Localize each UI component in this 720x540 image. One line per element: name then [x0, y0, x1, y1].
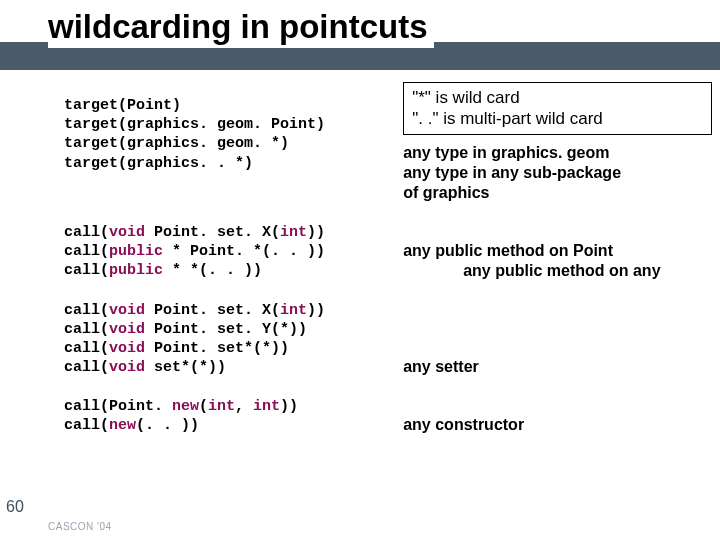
note-text-2a: any public method on Point: [403, 242, 613, 259]
note-text-1: any type in graphics. geom any type in a…: [403, 143, 720, 203]
slide-number: 60: [6, 498, 24, 516]
slide-footer: CASCON '04: [48, 521, 112, 532]
block-4: call(Point. new(int, int)) call(new(. . …: [0, 397, 720, 435]
note-text-3: any setter: [403, 358, 479, 375]
note-text-2b: any public method on any: [403, 261, 720, 281]
code-block-2: call(void Point. set. X(int)) call(publi…: [0, 223, 403, 281]
code-block-1: target(Point) target(graphics. geom. Poi…: [0, 96, 403, 173]
note-col-2: any public method on Point any public me…: [403, 223, 720, 281]
block-2: call(void Point. set. X(int)) call(publi…: [0, 223, 720, 281]
note-col-4: any constructor: [403, 397, 720, 435]
note-col-1: "*" is wild card ". ." is multi-part wil…: [403, 96, 720, 203]
note-col-3: any setter: [403, 301, 720, 377]
legend-star: "*": [412, 88, 431, 107]
code-block-3: call(void Point. set. X(int)) call(void …: [0, 301, 403, 378]
block-3: call(void Point. set. X(int)) call(void …: [0, 301, 720, 378]
legend-dotdot-text: is multi-part wild card: [438, 109, 602, 128]
slide-title: wildcarding in pointcuts: [48, 6, 434, 48]
wildcard-legend-box: "*" is wild card ". ." is multi-part wil…: [403, 82, 712, 135]
slide-content: target(Point) target(graphics. geom. Poi…: [0, 96, 720, 436]
legend-star-text: is wild card: [431, 88, 520, 107]
legend-dotdot: ". .": [412, 109, 438, 128]
block-1: target(Point) target(graphics. geom. Poi…: [0, 96, 720, 203]
code-block-4: call(Point. new(int, int)) call(new(. . …: [0, 397, 403, 435]
note-text-4: any constructor: [403, 416, 524, 433]
